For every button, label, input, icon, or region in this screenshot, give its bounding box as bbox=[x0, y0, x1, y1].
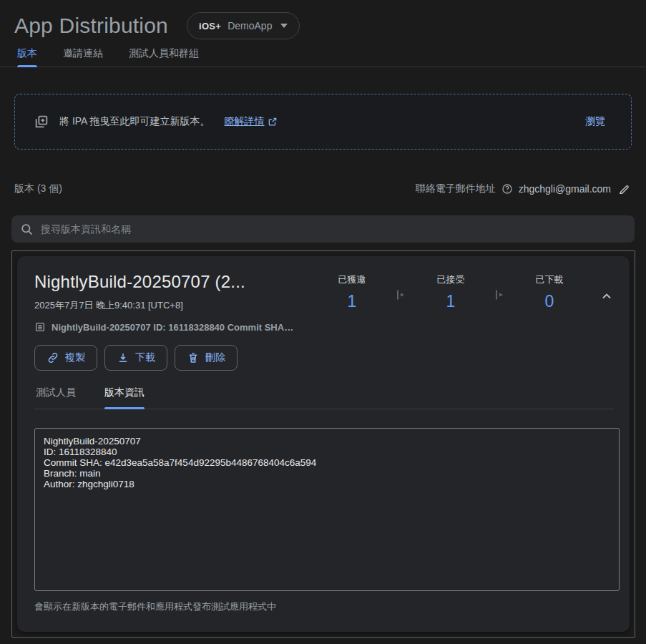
releases-list-header: 版本 (3 個) 聯絡電子郵件地址 zhgchgli@gmail.com bbox=[14, 180, 632, 198]
page-title: App Distribution bbox=[14, 14, 168, 38]
search-icon bbox=[20, 223, 34, 236]
contact-email-label: 聯絡電子郵件地址 bbox=[416, 182, 496, 195]
browse-button[interactable]: 瀏覽 bbox=[578, 109, 612, 134]
search-bar bbox=[11, 215, 635, 243]
help-icon[interactable] bbox=[501, 183, 513, 195]
release-card: NightlyBuild-20250707 (2... 2025年7月7日 晚上… bbox=[17, 256, 630, 632]
learn-more-label: 瞭解詳情 bbox=[225, 115, 265, 128]
main-tabs: 版本 邀請連結 測試人員和群組 bbox=[0, 47, 646, 67]
chevron-down-icon bbox=[280, 24, 288, 28]
stat-downloaded-value: 0 bbox=[515, 292, 584, 311]
delete-icon bbox=[187, 351, 200, 364]
release-info-block: NightlyBuild-20250707 (2... 2025年7月7日 晚上… bbox=[34, 272, 313, 333]
contact-email-value: zhgchgli@gmail.com bbox=[519, 183, 611, 195]
page-header: App Distribution iOS+ DemoApp bbox=[0, 0, 646, 42]
external-link-icon bbox=[268, 117, 278, 127]
release-title: NightlyBuild-20250707 (2... bbox=[34, 272, 313, 292]
release-notes-summary-row: NightlyBuild-20250707 ID: 16118328840 Co… bbox=[34, 321, 313, 333]
tab-testers-groups[interactable]: 測試人員和群組 bbox=[129, 47, 199, 67]
stat-accepted: 已接受 1 bbox=[416, 273, 485, 311]
stat-transition-icon bbox=[396, 289, 406, 301]
search-input[interactable] bbox=[41, 223, 626, 235]
contact-email-group: 聯絡電子郵件地址 zhgchgli@gmail.com bbox=[416, 182, 632, 197]
release-stats: 已獲邀 1 已接受 1 已下載 bbox=[318, 273, 584, 311]
library-add-icon bbox=[34, 114, 49, 130]
copy-link-button[interactable]: 複製 bbox=[34, 345, 97, 371]
stat-invited: 已獲邀 1 bbox=[318, 273, 386, 311]
app-distribution-page: { "header": { "title": "App Distribution… bbox=[0, 0, 646, 644]
ipa-dropzone[interactable]: 將 IPA 拖曳至此即可建立新版本。 瞭解詳情 瀏覽 bbox=[14, 94, 632, 150]
tab-invite-links[interactable]: 邀請連結 bbox=[63, 47, 103, 67]
dropzone-message-group: 將 IPA 拖曳至此即可建立新版本。 瞭解詳情 bbox=[34, 114, 578, 130]
release-actions: 複製 下載 刪除 bbox=[34, 345, 614, 371]
app-selector-name: DemoApp bbox=[227, 20, 272, 31]
tab-releases[interactable]: 版本 bbox=[17, 47, 37, 67]
link-icon bbox=[47, 351, 59, 364]
stat-invited-value: 1 bbox=[318, 292, 386, 311]
releases-count: 版本 (3 個) bbox=[14, 182, 62, 195]
stat-accepted-label: 已接受 bbox=[416, 273, 485, 286]
release-row-container: NightlyBuild-20250707 (2... 2025年7月7日 晚上… bbox=[11, 250, 635, 638]
stat-downloaded-label: 已下載 bbox=[515, 273, 584, 286]
download-button[interactable]: 下載 bbox=[104, 345, 167, 371]
learn-more-link[interactable]: 瞭解詳情 bbox=[225, 115, 278, 128]
release-datetime: 2025年7月7日 晚上9:40:31 [UTC+8] bbox=[34, 299, 313, 312]
stat-invited-label: 已獲邀 bbox=[318, 273, 386, 286]
delete-label: 刪除 bbox=[205, 351, 225, 364]
release-notes-editor[interactable]: NightlyBuild-20250707 ID: 16118328840 Co… bbox=[34, 428, 620, 591]
download-label: 下載 bbox=[135, 351, 155, 364]
release-card-header: NightlyBuild-20250707 (2... 2025年7月7日 晚上… bbox=[34, 272, 614, 333]
download-icon bbox=[117, 351, 129, 364]
edit-email-button[interactable] bbox=[617, 182, 632, 197]
copy-link-label: 複製 bbox=[65, 351, 85, 364]
tab-release-notes[interactable]: 版本資訊 bbox=[104, 386, 145, 409]
release-notes-summary: NightlyBuild-20250707 ID: 16118328840 Co… bbox=[52, 322, 293, 333]
stat-downloaded: 已下載 0 bbox=[515, 273, 584, 311]
dropzone-text: 將 IPA 拖曳至此即可建立新版本。 bbox=[59, 115, 210, 128]
stat-accepted-value: 1 bbox=[416, 292, 485, 311]
platform-badge: iOS+ bbox=[199, 21, 221, 31]
release-detail-tabs: 測試人員 版本資訊 bbox=[34, 386, 614, 409]
app-selector[interactable]: iOS+ DemoApp bbox=[187, 12, 300, 39]
tab-testers[interactable]: 測試人員 bbox=[36, 386, 76, 409]
stat-transition-icon bbox=[495, 289, 505, 301]
release-notes-caption: 會顯示在新版本的電子郵件和應用程式發布測試應用程式中 bbox=[34, 600, 614, 613]
collapse-release-button[interactable] bbox=[599, 289, 614, 303]
delete-button[interactable]: 刪除 bbox=[175, 345, 238, 371]
notes-icon bbox=[34, 321, 46, 333]
